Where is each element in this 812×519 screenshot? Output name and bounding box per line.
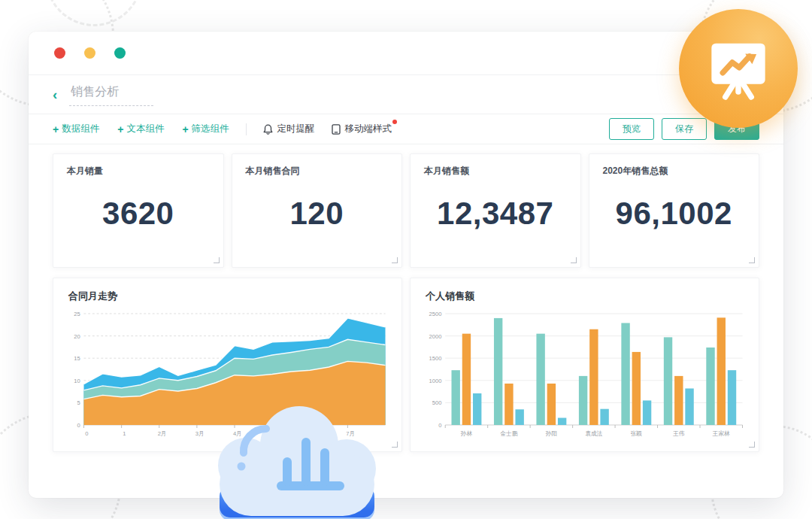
add-text-widget-button[interactable]: + 文本组件 — [117, 123, 164, 135]
svg-text:2000: 2000 — [429, 332, 443, 339]
plus-icon: + — [53, 123, 59, 135]
svg-text:1500: 1500 — [429, 355, 443, 362]
notification-dot — [392, 120, 397, 124]
stat-card-monthly-revenue: 本月销售额 12,3487 — [410, 153, 581, 268]
plus-icon: + — [182, 123, 188, 135]
phone-icon — [332, 124, 341, 135]
presentation-badge — [679, 9, 798, 128]
chart-title: 合同月走势 — [62, 290, 392, 303]
add-data-widget-button[interactable]: + 数据组件 — [53, 123, 99, 135]
dashboard-header: ‹ 销售分析 ? 帮助 — [29, 75, 783, 114]
svg-text:2500: 2500 — [429, 311, 443, 317]
bar-chart-svg: 05001000150020002500孙林金士鹏孙阳袁成法张颖王伟王家林 — [420, 306, 750, 446]
stat-card-annual-revenue: 2020年销售总额 96,1002 — [589, 153, 760, 268]
preview-button[interactable]: 预览 — [609, 118, 654, 140]
window-minimize-dot[interactable] — [84, 47, 95, 59]
personal-sales-chart-card: 个人销售额 05001000150020002500孙林金士鹏孙阳袁成法张颖王伟… — [410, 278, 759, 452]
dashboard-content: 本月销量 3620 本月销售合同 120 本月销售额 12,3487 2020年… — [29, 144, 783, 452]
save-button[interactable]: 保存 — [662, 118, 707, 140]
bell-icon — [263, 124, 273, 135]
svg-text:2月: 2月 — [158, 430, 167, 437]
dashboard-title-input[interactable]: 销售分析 — [69, 83, 153, 106]
svg-text:袁成法: 袁成法 — [585, 430, 602, 437]
plus-icon: + — [117, 123, 123, 135]
svg-text:1000: 1000 — [429, 378, 443, 384]
svg-text:20: 20 — [74, 332, 80, 339]
svg-text:0: 0 — [85, 430, 89, 437]
resize-handle[interactable] — [749, 442, 755, 448]
svg-text:王家林: 王家林 — [713, 430, 730, 437]
resize-handle[interactable] — [749, 257, 755, 263]
svg-text:500: 500 — [432, 399, 442, 406]
charts-row: 合同月走势 0510152025012月3月4月7月 个人销售额 0500100… — [53, 278, 759, 452]
stat-label: 本月销量 — [67, 165, 210, 178]
stat-value: 120 — [246, 178, 389, 256]
resize-handle[interactable] — [392, 442, 398, 448]
stat-label: 2020年销售总额 — [603, 165, 746, 178]
svg-text:张颖: 张颖 — [631, 430, 642, 437]
svg-text:孙林: 孙林 — [460, 430, 472, 437]
mobile-style-button[interactable]: 移动端样式 — [332, 123, 392, 135]
stat-value: 3620 — [67, 178, 210, 256]
window-maximize-dot[interactable] — [114, 47, 126, 59]
svg-text:15: 15 — [74, 355, 80, 362]
resize-handle[interactable] — [571, 257, 577, 263]
stat-cards-row: 本月销量 3620 本月销售合同 120 本月销售额 12,3487 2020年… — [53, 153, 759, 268]
stat-card-monthly-sales-volume: 本月销量 3620 — [53, 153, 224, 268]
svg-text:0: 0 — [77, 422, 81, 429]
svg-text:王伟: 王伟 — [673, 430, 684, 437]
window-titlebar — [29, 32, 783, 75]
svg-text:孙阳: 孙阳 — [545, 430, 557, 437]
svg-text:0: 0 — [438, 422, 442, 429]
divider — [246, 123, 247, 135]
svg-text:25: 25 — [74, 311, 80, 317]
stat-card-monthly-contracts: 本月销售合同 120 — [232, 153, 403, 268]
stat-label: 本月销售额 — [424, 165, 567, 178]
dashboard-toolbar: + 数据组件 + 文本组件 + 筛选组件 定时提醒 移动端样式 预览 保存 发布 — [29, 114, 783, 144]
back-chevron-icon[interactable]: ‹ — [53, 87, 57, 102]
cloud-decoration — [217, 406, 377, 517]
svg-text:金士鹏: 金士鹏 — [501, 430, 518, 437]
stat-label: 本月销售合同 — [246, 165, 389, 178]
sales-dashboard-window: ‹ 销售分析 ? 帮助 + 数据组件 + 文本组件 + 筛选组件 — [29, 32, 783, 498]
stat-value: 96,1002 — [603, 178, 746, 256]
presentation-chart-icon — [704, 34, 773, 103]
svg-text:3月: 3月 — [195, 430, 205, 437]
window-close-dot[interactable] — [54, 47, 65, 59]
stat-value: 12,3487 — [424, 178, 567, 256]
resize-handle[interactable] — [214, 257, 220, 263]
svg-text:10: 10 — [74, 378, 80, 384]
svg-text:5: 5 — [77, 399, 81, 406]
add-filter-widget-button[interactable]: + 筛选组件 — [182, 123, 229, 135]
cloud-bar-chart-icon — [217, 406, 377, 517]
chart-title: 个人销售额 — [420, 290, 750, 303]
svg-text:1: 1 — [123, 430, 126, 437]
scheduled-reminder-button[interactable]: 定时提醒 — [263, 123, 315, 135]
resize-handle[interactable] — [392, 257, 398, 263]
